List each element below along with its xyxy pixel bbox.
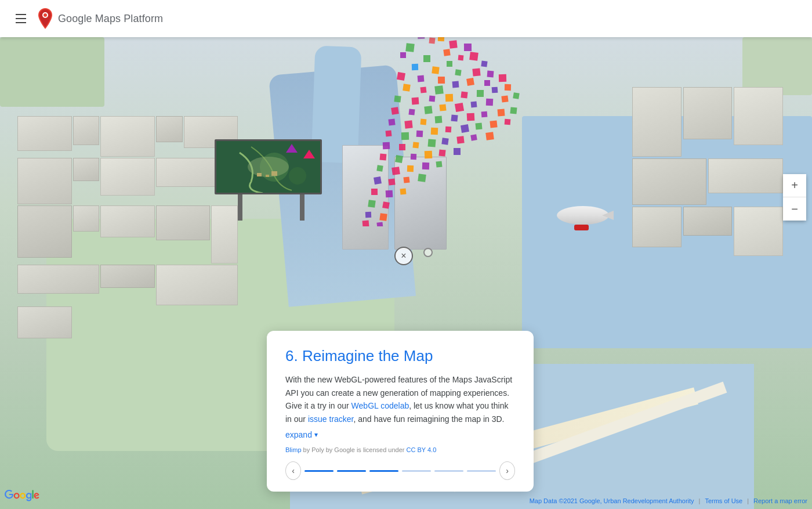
google-logo — [5, 489, 39, 504]
svg-rect-64 — [445, 127, 452, 133]
svg-rect-52 — [404, 120, 412, 128]
svg-rect-21 — [397, 72, 405, 81]
billboard-map-image — [216, 141, 322, 194]
webgl-codelab-link[interactable]: WebGL codelab — [351, 401, 409, 410]
header: Google Maps Platform — [0, 0, 812, 37]
svg-rect-37 — [445, 94, 453, 102]
blimp-gondola — [574, 225, 589, 230]
svg-rect-48 — [486, 99, 494, 106]
blimp-link[interactable]: Blimp — [285, 446, 302, 453]
zoom-out-button[interactable]: − — [783, 197, 806, 221]
prev-page-button[interactable]: ‹ — [285, 461, 301, 480]
svg-rect-8 — [405, 43, 415, 52]
svg-rect-61 — [401, 132, 409, 140]
svg-rect-46 — [455, 103, 464, 112]
svg-rect-75 — [470, 134, 477, 140]
card-body: With the new WebGL-powered features of t… — [285, 373, 515, 425]
map-area[interactable]: × + − Map Data ©2021 Google, Urban Redev… — [0, 0, 812, 509]
green-area-top-right — [742, 37, 812, 95]
zoom-in-button[interactable]: + — [783, 174, 806, 197]
svg-rect-32 — [484, 80, 490, 86]
svg-rect-17 — [432, 66, 439, 74]
svg-rect-40 — [492, 87, 498, 93]
next-page-button[interactable]: › — [499, 461, 515, 480]
svg-rect-45 — [439, 104, 446, 111]
svg-rect-81 — [438, 149, 445, 156]
svg-rect-59 — [510, 107, 517, 114]
card-attribution-text: Blimp by Poly by Google is licensed unde… — [285, 446, 515, 453]
svg-point-1 — [260, 153, 289, 182]
svg-rect-5 — [271, 171, 277, 176]
svg-rect-19 — [469, 52, 478, 61]
svg-rect-74 — [456, 136, 464, 143]
svg-rect-7 — [429, 37, 435, 44]
report-error-link[interactable]: Report a map error — [753, 497, 807, 504]
svg-rect-43 — [408, 109, 415, 115]
svg-rect-56 — [467, 113, 475, 121]
info-card: 6. Reimagine the Map With the new WebGL-… — [267, 331, 534, 492]
svg-rect-26 — [487, 71, 494, 78]
zoom-controls: + − — [783, 174, 806, 221]
svg-rect-18 — [447, 61, 452, 67]
blimp-tail — [602, 211, 614, 220]
svg-rect-29 — [434, 85, 444, 95]
menu-button[interactable] — [9, 7, 32, 30]
cc-license-link[interactable]: CC BY 4.0 — [407, 446, 437, 453]
page-indicator-6[interactable] — [467, 470, 496, 472]
blimp — [557, 206, 609, 225]
svg-rect-53 — [420, 119, 427, 125]
svg-rect-31 — [466, 78, 474, 86]
svg-rect-54 — [435, 116, 443, 124]
terms-of-use-link[interactable]: Terms of Use — [705, 497, 742, 504]
page-indicator-5[interactable] — [434, 470, 463, 472]
expand-button[interactable]: expand ▾ — [285, 430, 318, 439]
svg-rect-72 — [427, 139, 436, 147]
green-area-top-left — [0, 37, 104, 107]
svg-rect-33 — [499, 74, 506, 82]
attribution-mid: by Poly by Google is licensed under — [302, 446, 407, 453]
page-indicator-1[interactable] — [304, 470, 334, 472]
svg-rect-73 — [441, 138, 448, 145]
svg-rect-47 — [471, 102, 477, 108]
nav-circle-button[interactable] — [423, 248, 433, 257]
svg-rect-27 — [403, 84, 411, 92]
svg-rect-44 — [424, 106, 432, 114]
svg-rect-25 — [472, 68, 480, 76]
billboard-pole-left — [238, 194, 242, 221]
issue-tracker-link[interactable]: issue tracker — [308, 414, 354, 424]
tall-building-2 — [394, 157, 447, 250]
svg-rect-22 — [418, 75, 425, 82]
svg-rect-23 — [438, 77, 445, 84]
svg-rect-3 — [257, 173, 262, 176]
pagination: ‹ › — [285, 461, 515, 480]
svg-rect-35 — [412, 98, 419, 105]
svg-rect-11 — [400, 52, 406, 58]
menu-icon-line-3 — [16, 22, 26, 23]
header-title: Google Maps Platform — [58, 13, 163, 25]
city-block-left — [17, 116, 238, 338]
card-body-text-3: , and have fun reimagining the map in 3D… — [354, 414, 505, 424]
billboard-pole-right — [300, 194, 304, 221]
chevron-down-icon: ▾ — [314, 431, 318, 439]
nav-close-button[interactable]: × — [394, 247, 413, 265]
svg-rect-58 — [498, 109, 505, 117]
svg-rect-12 — [423, 55, 430, 62]
tall-building-1 — [342, 145, 389, 250]
svg-rect-38 — [461, 91, 467, 98]
expand-label: expand — [285, 430, 312, 439]
svg-rect-66 — [476, 123, 483, 130]
page-indicator-2[interactable] — [337, 470, 366, 472]
svg-rect-39 — [477, 90, 484, 97]
page-indicator-3[interactable] — [369, 470, 398, 472]
map-attribution: Map Data ©2021 Google, Urban Redevelopme… — [530, 497, 807, 504]
svg-rect-16 — [412, 64, 418, 70]
svg-rect-13 — [443, 49, 450, 56]
svg-rect-63 — [431, 128, 438, 135]
svg-rect-14 — [458, 55, 464, 61]
svg-rect-10 — [449, 40, 457, 48]
svg-rect-0 — [216, 141, 322, 194]
svg-rect-62 — [416, 131, 423, 138]
svg-rect-57 — [481, 111, 488, 118]
svg-rect-30 — [452, 81, 459, 88]
page-indicator-4[interactable] — [402, 470, 431, 472]
